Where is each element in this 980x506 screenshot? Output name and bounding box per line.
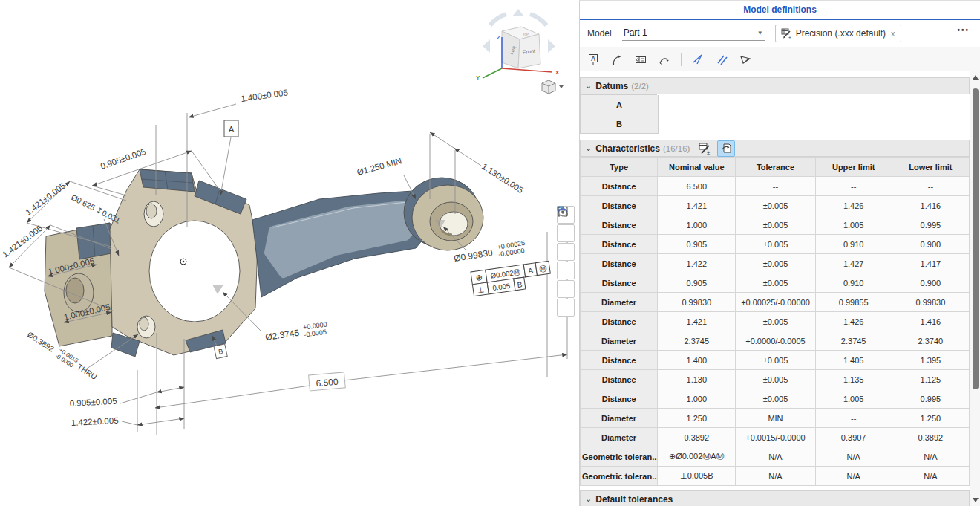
cell-upper[interactable]: 1.405 bbox=[815, 351, 892, 370]
cell-lower[interactable]: 0.995 bbox=[892, 389, 969, 409]
cell-lower[interactable]: 0.900 bbox=[892, 273, 969, 293]
cell-lower[interactable]: 1.395 bbox=[892, 351, 969, 370]
cell-tolerance[interactable]: ±0.005 bbox=[736, 215, 815, 235]
cell-tolerance[interactable]: ±0.005 bbox=[736, 196, 815, 215]
view-options-button[interactable] bbox=[542, 80, 564, 94]
table-row[interactable]: Distance0.905±0.0050.9100.900 bbox=[581, 273, 970, 293]
cell-lower[interactable]: 2.3740 bbox=[892, 331, 969, 351]
cell-lower[interactable]: 0.99830 bbox=[892, 293, 969, 312]
table-row[interactable]: Diameter2.3745+0.0000/-0.00052.37452.374… bbox=[581, 331, 970, 351]
cell-upper[interactable]: -- bbox=[815, 177, 892, 196]
cell-tolerance[interactable]: ±0.005 bbox=[736, 389, 815, 409]
cell-tolerance[interactable]: ±0.005 bbox=[736, 235, 815, 254]
table-row[interactable]: Distance1.000±0.0051.0050.995 bbox=[581, 215, 970, 235]
cell-type[interactable]: Diameter bbox=[581, 409, 658, 428]
cell-tolerance[interactable]: +0.0015/-0.0000 bbox=[736, 428, 815, 447]
cell-upper[interactable]: N/A bbox=[815, 447, 892, 467]
panel-scrollbar[interactable] bbox=[970, 71, 980, 506]
cell-tolerance[interactable]: +0.0000/-0.0005 bbox=[736, 331, 815, 351]
auto-balloon-button[interactable] bbox=[717, 140, 735, 157]
scroll-up-icon[interactable] bbox=[973, 75, 979, 80]
model-dropdown[interactable]: Part 1 ▼ bbox=[622, 26, 765, 41]
cell-nominal[interactable]: 1.250 bbox=[658, 409, 736, 428]
display-options-button[interactable] bbox=[557, 299, 575, 317]
cell-upper[interactable]: 0.3907 bbox=[815, 428, 892, 447]
cell-type[interactable]: Distance bbox=[581, 177, 658, 196]
cell-type[interactable]: Diameter bbox=[581, 293, 658, 312]
cell-upper[interactable]: 1.426 bbox=[815, 312, 892, 331]
cell-type[interactable]: Distance bbox=[581, 273, 658, 293]
cell-nominal[interactable]: 0.905 bbox=[658, 273, 736, 293]
scroll-down-icon[interactable] bbox=[973, 498, 979, 502]
cell-upper[interactable]: 1.426 bbox=[815, 196, 892, 215]
characteristics-section-header[interactable]: ⌄ Characteristics (16/16) ± bbox=[580, 140, 970, 157]
precision-icon[interactable]: ± bbox=[699, 142, 711, 155]
cell-nominal[interactable]: ⊥0.005B bbox=[658, 467, 736, 486]
cell-nominal[interactable]: 1.421 bbox=[658, 312, 736, 331]
cell-tolerance[interactable]: +0.00025/-0.00000 bbox=[736, 293, 815, 312]
cell-type[interactable]: Distance bbox=[581, 370, 658, 389]
cell-nominal[interactable]: 0.905 bbox=[658, 235, 736, 254]
cell-nominal[interactable]: 6.500 bbox=[658, 177, 736, 196]
fcf-tool-button[interactable] bbox=[632, 51, 650, 68]
cell-lower[interactable]: 1.416 bbox=[892, 312, 969, 331]
cell-tolerance[interactable]: ±0.005 bbox=[736, 312, 815, 331]
cell-type[interactable]: Distance bbox=[581, 215, 658, 235]
cell-lower[interactable]: 0.995 bbox=[892, 215, 969, 235]
panel-title[interactable]: Model definitions bbox=[743, 4, 817, 15]
cell-tolerance[interactable]: ±0.005 bbox=[736, 370, 815, 389]
table-row[interactable]: Distance1.422±0.0051.4271.417 bbox=[581, 254, 970, 273]
datum-feature-tool-button[interactable]: A bbox=[584, 51, 602, 68]
cell-type[interactable]: Distance bbox=[581, 351, 658, 370]
col-header-type[interactable]: Type bbox=[581, 158, 658, 177]
cell-lower[interactable]: 1.125 bbox=[892, 370, 969, 389]
cell-nominal[interactable]: 2.3745 bbox=[658, 331, 736, 351]
default-tolerances-section-header[interactable]: ⌄ Default tolerances bbox=[580, 490, 970, 506]
table-row[interactable]: Diameter0.99830+0.00025/-0.000000.998550… bbox=[581, 293, 970, 312]
datum-row[interactable]: A bbox=[580, 95, 659, 114]
table-row[interactable]: Diameter1.250MIN--1.250 bbox=[581, 409, 970, 428]
cell-nominal[interactable]: 1.000 bbox=[658, 215, 736, 235]
cell-tolerance[interactable]: ±0.005 bbox=[736, 273, 815, 293]
cell-tolerance[interactable]: MIN bbox=[736, 409, 815, 428]
appearance-button[interactable] bbox=[557, 243, 575, 261]
cell-type[interactable]: Distance bbox=[581, 196, 658, 215]
col-header-upper[interactable]: Upper limit bbox=[815, 158, 892, 177]
cell-upper[interactable]: 1.427 bbox=[815, 254, 892, 273]
scrollbar-thumb[interactable] bbox=[973, 88, 979, 389]
cell-lower[interactable]: 0.900 bbox=[892, 235, 969, 254]
cell-lower[interactable]: 0.3892 bbox=[892, 428, 969, 447]
named-views-button[interactable] bbox=[557, 262, 575, 279]
leader-tool-button[interactable] bbox=[608, 51, 626, 68]
cell-type[interactable]: Geometric toleran... bbox=[581, 467, 658, 486]
cell-tolerance[interactable]: N/A bbox=[736, 467, 815, 486]
table-row[interactable]: Geometric toleran...⊕Ø0.002ⓂAⓂN/AN/AN/A bbox=[581, 447, 970, 467]
col-header-nominal[interactable]: Nominal value bbox=[658, 158, 736, 177]
table-row[interactable]: Distance1.000±0.0051.0050.995 bbox=[581, 389, 970, 409]
datums-section-header[interactable]: ⌄ Datums (2/2) bbox=[580, 77, 970, 94]
cell-lower[interactable]: N/A bbox=[892, 447, 969, 467]
col-header-lower[interactable]: Lower limit bbox=[892, 158, 969, 177]
table-row[interactable]: Distance1.130±0.0051.1351.125 bbox=[581, 370, 970, 389]
precision-chip[interactable]: ± Precision (.xxx default) x bbox=[775, 25, 901, 42]
cell-upper[interactable]: 0.910 bbox=[815, 273, 892, 293]
cell-type[interactable]: Geometric toleran... bbox=[581, 447, 658, 467]
cell-tolerance[interactable]: ±0.005 bbox=[736, 351, 815, 370]
cell-lower[interactable]: -- bbox=[892, 177, 969, 196]
cell-type[interactable]: Diameter bbox=[581, 428, 658, 447]
cell-nominal[interactable]: 1.422 bbox=[658, 254, 736, 273]
cell-tolerance[interactable]: N/A bbox=[736, 447, 815, 467]
cell-upper[interactable]: 1.005 bbox=[815, 215, 892, 235]
cell-upper[interactable]: 1.005 bbox=[815, 389, 892, 409]
table-row[interactable]: Geometric toleran...⊥0.005BN/AN/AN/A bbox=[581, 467, 970, 486]
cell-type[interactable]: Distance bbox=[581, 389, 658, 409]
table-row[interactable]: Distance0.905±0.0050.9100.900 bbox=[581, 235, 970, 254]
cell-upper[interactable]: N/A bbox=[815, 467, 892, 486]
cell-tolerance[interactable]: -- bbox=[736, 177, 815, 196]
model-canvas[interactable]: 1.400±0.005 A 0.905±0.005 1.421±0.005 1.… bbox=[0, 0, 578, 506]
col-header-tolerance[interactable]: Tolerance bbox=[736, 158, 815, 177]
datum-target-tool-button[interactable] bbox=[656, 51, 673, 68]
cell-type[interactable]: Distance bbox=[581, 235, 658, 254]
view-cube[interactable]: Top Left Front Z Y X bbox=[476, 9, 560, 81]
datum-row[interactable]: B bbox=[580, 114, 659, 134]
